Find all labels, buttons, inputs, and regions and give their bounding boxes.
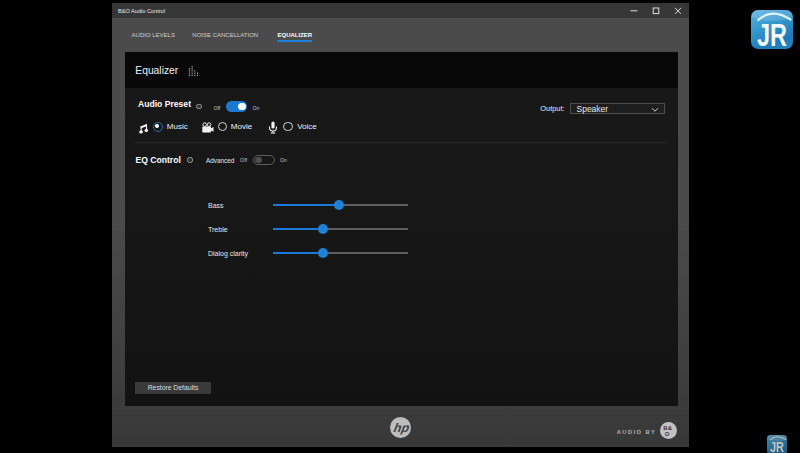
svg-text:JR: JR bbox=[770, 438, 785, 453]
svg-text:JR: JR bbox=[757, 17, 787, 49]
svg-text:O: O bbox=[664, 430, 669, 436]
